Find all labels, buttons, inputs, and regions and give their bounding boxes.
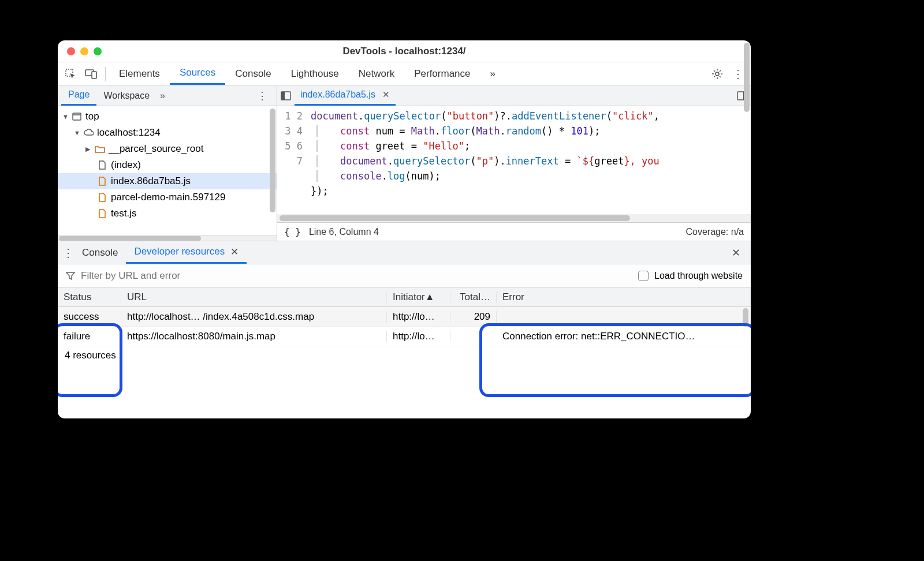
tree-file[interactable]: test.js [58, 205, 277, 222]
load-through-website-label: Load through website [654, 271, 743, 281]
filter-icon [66, 271, 75, 280]
disclosure-triangle-icon[interactable]: ▼ [74, 129, 80, 136]
file-tree: ▼ top ▼ localhost:1234 ▶ __parcel_source… [58, 106, 277, 235]
code-editor: index.86da7ba5.js ✕ 1 2 3 4 5 6 7 docume… [277, 85, 751, 241]
tree-file[interactable]: parcel-demo-main.597129 [58, 189, 277, 205]
editor-statusbar: { } Line 6, Column 4 Coverage: n/a [277, 222, 751, 241]
tree-top[interactable]: ▼ top [58, 109, 277, 125]
cloud-icon [83, 128, 94, 138]
tree-label: top [85, 111, 99, 122]
resources-table: Status URL Initiator▲ Total… Error succe… [58, 287, 751, 346]
show-navigator-icon[interactable] [281, 91, 291, 100]
tabs-overflow[interactable]: » [480, 62, 505, 85]
titlebar: DevTools - localhost:1234/ [58, 40, 751, 62]
close-drawer-icon[interactable]: ✕ [726, 246, 746, 259]
tab-console[interactable]: Console [225, 62, 281, 85]
tree-file[interactable]: (index) [58, 157, 277, 173]
device-toolbar-icon[interactable] [81, 62, 102, 85]
col-error[interactable]: Error [497, 291, 751, 303]
cell-status: failure [58, 331, 121, 342]
cell-initiator: http://lo… [387, 331, 450, 342]
pretty-print-icon[interactable]: { } [284, 226, 301, 237]
tab-elements[interactable]: Elements [109, 62, 170, 85]
cell-url: https://localhost:8080/main.js.map [121, 331, 387, 342]
resources-footer: 4 resources [58, 346, 751, 365]
minimize-window-button[interactable] [80, 47, 88, 55]
editor-hscrollbar[interactable] [277, 214, 751, 222]
tree-label: localhost:1234 [97, 127, 161, 139]
cell-status: success [58, 311, 121, 323]
col-url[interactable]: URL [121, 291, 387, 303]
navigator-sidebar: Page Workspace » ⋮ ▼ top ▼ localhost:123… [58, 85, 277, 241]
cell-total: 209 [450, 311, 497, 323]
tab-lighthouse[interactable]: Lighthouse [281, 62, 349, 85]
filter-bar: Load through website [58, 264, 751, 287]
main-tabbar: Elements Sources Console Lighthouse Netw… [58, 62, 751, 85]
drawer-panel: ⋮ Console Developer resources ✕ ✕ Load t… [58, 241, 751, 418]
code-area[interactable]: 1 2 3 4 5 6 7 document.querySelector("bu… [277, 106, 751, 214]
inspect-icon[interactable] [60, 62, 81, 85]
filter-input[interactable] [81, 270, 632, 282]
table-scrollbar[interactable] [743, 308, 748, 327]
folder-icon [95, 144, 105, 154]
cursor-position: Line 6, Column 4 [309, 227, 379, 237]
tree-label: test.js [111, 208, 136, 219]
tree-file[interactable]: index.86da7ba5.js [58, 173, 277, 189]
zoom-window-button[interactable] [94, 47, 102, 55]
drawer-tabbar: ⋮ Console Developer resources ✕ ✕ [58, 241, 751, 264]
tree-label: parcel-demo-main.597129 [111, 192, 225, 203]
navigator-overflow[interactable]: » [157, 91, 169, 101]
window-title: DevTools - localhost:1234/ [58, 46, 751, 57]
svg-point-3 [716, 72, 719, 76]
svg-rect-7 [281, 92, 285, 100]
line-gutter: 1 2 3 4 5 6 7 [277, 109, 311, 214]
sidebar-hscrollbar[interactable] [58, 235, 277, 241]
drawer-tab-label: Developer resources [134, 246, 225, 257]
tree-label: (index) [111, 159, 141, 171]
traffic-lights [58, 47, 102, 55]
table-row[interactable]: success http://localhost… /index.4a508c1… [58, 307, 751, 327]
separator [105, 67, 106, 81]
js-file-icon [97, 176, 107, 186]
settings-icon[interactable] [707, 62, 728, 85]
load-through-website-checkbox[interactable] [638, 271, 649, 281]
sources-panel: Page Workspace » ⋮ ▼ top ▼ localhost:123… [58, 85, 751, 241]
cell-url: http://localhost… /index.4a508c1d.css.ma… [121, 311, 387, 323]
col-initiator[interactable]: Initiator▲ [387, 291, 450, 303]
svg-rect-4 [73, 113, 81, 120]
navigator-menu-icon[interactable]: ⋮ [251, 89, 273, 102]
navigator-tab-page[interactable]: Page [61, 85, 96, 106]
disclosure-triangle-icon[interactable]: ▼ [62, 113, 68, 120]
svg-rect-2 [92, 72, 96, 78]
drawer-tab-console[interactable]: Console [74, 241, 126, 264]
table-row[interactable]: failure https://localhost:8080/main.js.m… [58, 327, 751, 346]
tree-scrollbar[interactable] [270, 109, 275, 212]
cell-initiator: http://lo… [387, 311, 450, 323]
code-lines: document.querySelector("button")?.addEve… [311, 109, 751, 214]
devtools-window: DevTools - localhost:1234/ Elements Sour… [58, 40, 751, 418]
close-tab-icon[interactable]: ✕ [380, 89, 390, 100]
tree-label: __parcel_source_root [109, 143, 203, 155]
drawer-menu-icon[interactable]: ⋮ [62, 246, 74, 260]
navigator-tab-workspace[interactable]: Workspace [96, 85, 157, 106]
tree-folder[interactable]: ▶ __parcel_source_root [58, 141, 277, 157]
tree-host[interactable]: ▼ localhost:1234 [58, 125, 277, 141]
js-file-icon [97, 208, 107, 219]
col-total[interactable]: Total… [450, 291, 497, 303]
drawer-tab-devresources[interactable]: Developer resources ✕ [126, 241, 247, 264]
close-window-button[interactable] [67, 47, 75, 55]
file-icon [97, 160, 107, 170]
tab-network[interactable]: Network [349, 62, 404, 85]
tree-label: index.86da7ba5.js [111, 175, 191, 187]
cell-error: Connection error: net::ERR_CONNECTIO… [497, 331, 751, 342]
disclosure-triangle-icon[interactable]: ▶ [85, 145, 91, 153]
col-status[interactable]: Status [58, 291, 121, 303]
editor-tab[interactable]: index.86da7ba5.js ✕ [295, 85, 396, 106]
coverage-status: Coverage: n/a [685, 227, 744, 237]
navigator-tabbar: Page Workspace » ⋮ [58, 85, 277, 106]
close-tab-icon[interactable]: ✕ [225, 246, 239, 258]
window-frame-icon [72, 111, 82, 122]
tab-performance[interactable]: Performance [404, 62, 480, 85]
tab-sources[interactable]: Sources [170, 62, 225, 85]
editor-vscrollbar[interactable] [744, 106, 750, 112]
